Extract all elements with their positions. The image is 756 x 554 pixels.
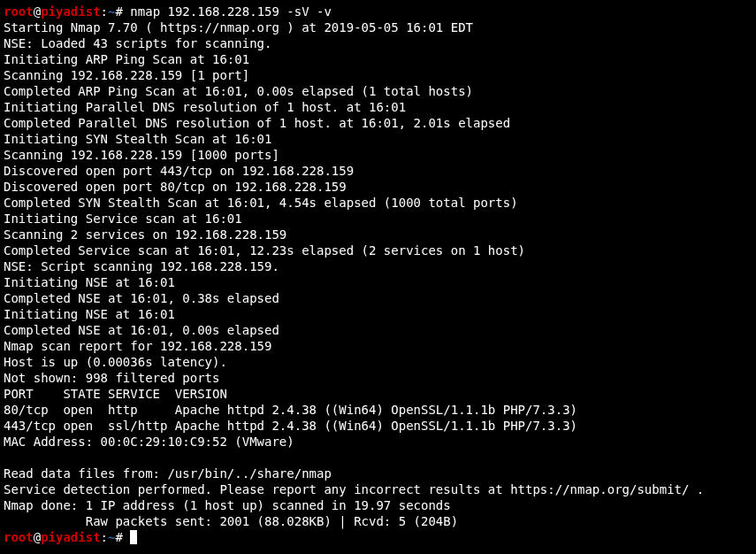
- output-line: Discovered open port 443/tcp on 192.168.…: [4, 164, 354, 178]
- prompt-at: @: [34, 530, 41, 544]
- prompt-symbol: #: [115, 4, 122, 19]
- prompt-at: @: [34, 4, 41, 19]
- output-line: Initiating Service scan at 16:01: [4, 212, 242, 226]
- command-input[interactable]: nmap 192.168.228.159 -sV -v: [130, 4, 332, 19]
- output-line: Completed NSE at 16:01, 0.38s elapsed: [4, 291, 279, 305]
- output-line: Completed Parallel DNS resolution of 1 h…: [4, 116, 510, 130]
- output-line: Scanning 192.168.228.159 [1000 ports]: [4, 148, 279, 162]
- output-line: Completed ARP Ping Scan at 16:01, 0.00s …: [4, 84, 473, 98]
- output-line: Scanning 192.168.228.159 [1 port]: [4, 68, 249, 82]
- output-line: Initiating ARP Ping Scan at 16:01: [4, 52, 249, 66]
- prompt-symbol: #: [115, 530, 122, 544]
- output-line: PORT STATE SERVICE VERSION: [4, 387, 227, 401]
- prompt-user: root: [4, 530, 34, 544]
- output-line: MAC Address: 00:0C:29:10:C9:52 (VMware): [4, 435, 294, 449]
- output-line: Nmap done: 1 IP address (1 host up) scan…: [4, 498, 451, 512]
- cursor[interactable]: [130, 530, 137, 544]
- output-line: Not shown: 998 filtered ports: [4, 371, 219, 385]
- output-line: Completed Service scan at 16:01, 12.23s …: [4, 243, 525, 258]
- output-line: Nmap scan report for 192.168.228.159: [4, 339, 271, 353]
- prompt-host: piyadist: [41, 4, 100, 19]
- output-line: 443/tcp open ssl/http Apache httpd 2.4.3…: [4, 419, 577, 433]
- prompt-user: root: [4, 4, 34, 19]
- output-line: Initiating NSE at 16:01: [4, 275, 175, 289]
- output-line: Read data files from: /usr/bin/../share/…: [4, 466, 332, 481]
- prompt-host: piyadist: [41, 530, 100, 544]
- output-line: Raw packets sent: 2001 (88.028KB) | Rcvd…: [4, 514, 458, 528]
- prompt-colon: :: [101, 4, 108, 19]
- output-line: Scanning 2 services on 192.168.228.159: [4, 227, 286, 242]
- output-line: NSE: Script scanning 192.168.228.159.: [4, 259, 279, 273]
- output-line: Completed NSE at 16:01, 0.00s elapsed: [4, 323, 279, 337]
- output-line: 80/tcp open http Apache httpd 2.4.38 ((W…: [4, 403, 577, 417]
- output-line: Starting Nmap 7.70 ( https://nmap.org ) …: [4, 20, 473, 35]
- output-line: Discovered open port 80/tcp on 192.168.2…: [4, 180, 347, 194]
- output-line: Completed SYN Stealth Scan at 16:01, 4.5…: [4, 196, 518, 210]
- output-line: Initiating SYN Stealth Scan at 16:01: [4, 132, 271, 146]
- output-line: Initiating Parallel DNS resolution of 1 …: [4, 100, 406, 114]
- output-line: Service detection performed. Please repo…: [4, 482, 704, 496]
- output-line: NSE: Loaded 43 scripts for scanning.: [4, 36, 271, 50]
- prompt-colon: :: [101, 530, 108, 544]
- output-line: Host is up (0.00036s latency).: [4, 355, 227, 369]
- output-line: Initiating NSE at 16:01: [4, 307, 175, 321]
